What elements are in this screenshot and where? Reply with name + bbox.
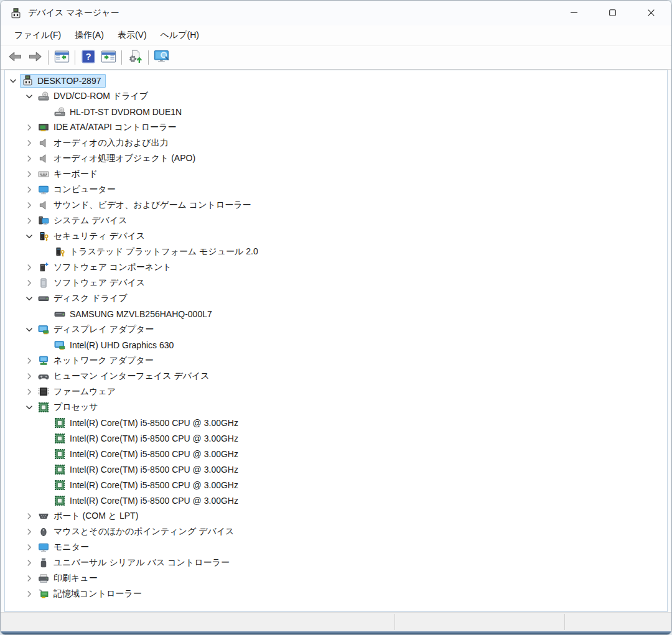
tree-item[interactable]: ファームウェア — [5, 384, 667, 399]
tree-item[interactable]: Intel(R) Core(TM) i5-8500 CPU @ 3.00GHz — [5, 493, 667, 508]
chevron-right-icon[interactable] — [22, 587, 36, 601]
chevron-right-icon[interactable] — [22, 385, 36, 399]
chevron-right-icon[interactable] — [22, 540, 36, 554]
speaker-icon — [37, 137, 50, 149]
chevron-right-icon[interactable] — [22, 136, 36, 150]
system-devices-icon — [37, 215, 50, 227]
tree-item[interactable]: システム デバイス — [5, 213, 667, 228]
tree-item[interactable]: コンピューター — [5, 182, 667, 197]
chevron-right-icon[interactable] — [22, 261, 36, 274]
chevron-down-icon[interactable] — [22, 323, 36, 336]
chevron-right-icon[interactable] — [22, 152, 36, 165]
help-button[interactable]: ? — [78, 48, 98, 68]
tree-item[interactable]: ネットワーク アダプター — [5, 353, 667, 368]
device-view-button[interactable] — [152, 48, 172, 68]
tree-item[interactable]: トラステッド プラットフォーム モジュール 2.0 — [5, 244, 667, 259]
tree-item[interactable]: Intel(R) UHD Graphics 630 — [5, 337, 667, 353]
tree-item[interactable]: プロセッサ — [5, 399, 667, 415]
tree-item[interactable]: サウンド、ビデオ、およびゲーム コントローラー — [5, 197, 667, 213]
tree-item[interactable]: オーディオの入力および出力 — [5, 135, 667, 151]
security-device-icon — [37, 230, 50, 243]
tree-item[interactable]: ポート (COM と LPT) — [5, 508, 667, 524]
chevron-down-icon[interactable] — [22, 229, 36, 243]
chevron-right-icon[interactable] — [22, 556, 36, 570]
chevron-down-icon[interactable] — [22, 292, 36, 305]
tree-item[interactable]: DESKTOP-2897 — [5, 73, 667, 88]
disk-drive-icon — [37, 292, 50, 305]
chevron-spacer — [39, 245, 52, 259]
tree-item[interactable]: ソフトウェア コンポーネント — [5, 259, 667, 275]
display-adapter-icon — [54, 339, 66, 351]
scan-hardware-changes-button[interactable] — [125, 48, 145, 68]
menu-item[interactable]: ファイル(F) — [7, 27, 68, 44]
tree-item[interactable]: Intel(R) Core(TM) i5-8500 CPU @ 3.00GHz — [5, 461, 667, 477]
device-manager-icon — [21, 75, 34, 87]
printer-icon — [37, 572, 50, 585]
chevron-down-icon[interactable] — [22, 401, 36, 414]
tree-item[interactable]: SAMSUNG MZVLB256HAHQ-000L7 — [5, 306, 667, 322]
tree-item[interactable]: モニター — [5, 539, 667, 555]
chevron-right-icon[interactable] — [22, 572, 36, 585]
chevron-right-icon[interactable] — [22, 369, 36, 383]
chevron-right-icon[interactable] — [22, 354, 36, 368]
chevron-down-icon[interactable] — [6, 74, 20, 88]
close-button[interactable] — [632, 1, 670, 25]
chevron-right-icon[interactable] — [22, 183, 36, 197]
tree-item-label: ソフトウェア コンポーネント — [54, 262, 173, 273]
tree-item[interactable]: オーディオ処理オブジェクト (APO) — [5, 151, 667, 166]
tree-item[interactable]: マウスとそのほかのポインティング デバイス — [5, 524, 667, 539]
maximize-button[interactable] — [593, 1, 632, 25]
tree-item-label: オーディオの入力および出力 — [54, 137, 170, 149]
title-bar[interactable]: デバイス マネージャー — [1, 1, 671, 25]
menu-item[interactable]: 操作(A) — [68, 27, 111, 44]
chevron-right-icon[interactable] — [22, 198, 36, 212]
device-tree: DESKTOP-2897DVD/CD-ROM ドライブHL-DT-ST DVDR… — [4, 70, 668, 612]
tree-item[interactable]: ディスク ドライブ — [5, 290, 667, 306]
chevron-right-icon[interactable] — [22, 509, 36, 523]
tree-item[interactable]: ソフトウェア デバイス — [5, 275, 667, 290]
tree-item[interactable]: Intel(R) Core(TM) i5-8500 CPU @ 3.00GHz — [5, 430, 667, 446]
chevron-right-icon[interactable] — [22, 167, 36, 181]
menu-item[interactable]: ヘルプ(H) — [154, 27, 206, 44]
chevron-spacer — [39, 416, 52, 430]
keyboard-icon — [37, 168, 50, 180]
chevron-down-icon[interactable] — [22, 90, 36, 103]
tree-item[interactable]: Intel(R) Core(TM) i5-8500 CPU @ 3.00GHz — [5, 415, 667, 430]
chevron-spacer — [39, 463, 52, 476]
tree-item[interactable]: ユニバーサル シリアル バス コントローラー — [5, 555, 667, 570]
tree-item[interactable]: Intel(R) Core(TM) i5-8500 CPU @ 3.00GHz — [5, 477, 667, 493]
tree-item[interactable]: 印刷キュー — [5, 570, 667, 586]
tree-item-label: HL-DT-ST DVDROM DUE1N — [70, 107, 183, 117]
monitor-search-icon — [154, 50, 170, 65]
processor-icon — [54, 479, 66, 491]
minimize-button[interactable] — [554, 1, 593, 25]
tree-item[interactable]: Intel(R) Core(TM) i5-8500 CPU @ 3.00GHz — [5, 446, 667, 461]
properties-button[interactable] — [98, 48, 118, 68]
tree-item[interactable]: 記憶域コントローラー — [5, 586, 667, 601]
tree-item[interactable]: セキュリティ デバイス — [5, 228, 667, 244]
tree-item[interactable]: ディスプレイ アダプター — [5, 322, 667, 337]
tree-item[interactable]: DVD/CD-ROM ドライブ — [5, 88, 667, 104]
tree-item[interactable]: IDE ATA/ATAPI コントローラー — [5, 119, 667, 135]
chevron-right-icon[interactable] — [22, 121, 36, 134]
status-bar — [1, 612, 671, 631]
storage-controller-icon — [37, 588, 50, 600]
tree-item[interactable]: キーボード — [5, 166, 667, 182]
menu-item[interactable]: 表示(V) — [111, 27, 154, 44]
chevron-spacer — [39, 494, 52, 508]
tree-item[interactable]: HL-DT-ST DVDROM DUE1N — [5, 104, 667, 119]
forward-button[interactable] — [25, 48, 45, 68]
tree-item-label: ヒューマン インターフェイス デバイス — [54, 371, 211, 382]
show-console-tree-button[interactable] — [52, 48, 72, 68]
chevron-spacer — [39, 432, 52, 445]
processor-icon — [54, 448, 66, 460]
tree-item[interactable]: ヒューマン インターフェイス デバイス — [5, 368, 667, 384]
network-adapter-icon — [37, 355, 50, 367]
back-button[interactable] — [5, 48, 25, 68]
chevron-right-icon[interactable] — [22, 525, 36, 539]
dvd-drive-icon — [37, 90, 50, 103]
chevron-right-icon[interactable] — [22, 214, 36, 228]
arrow-left-icon — [8, 51, 22, 64]
status-bar-divider — [564, 614, 565, 630]
chevron-right-icon[interactable] — [22, 276, 36, 290]
